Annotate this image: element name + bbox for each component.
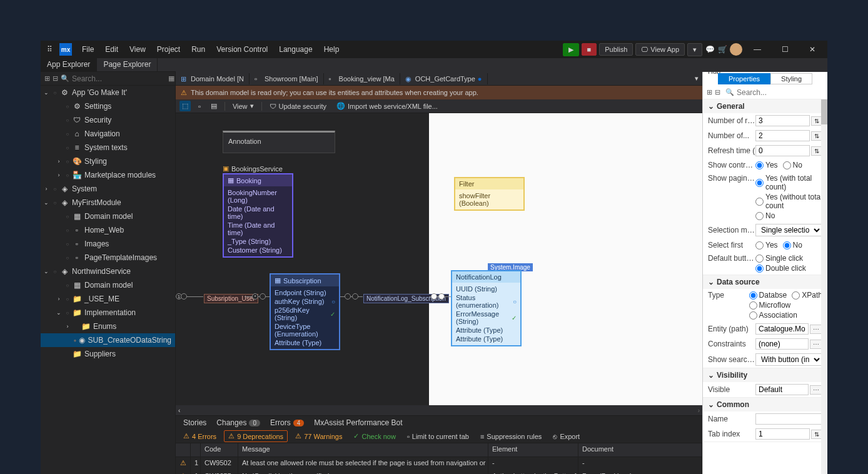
- collapse-icon[interactable]: ⊟: [715, 88, 720, 96]
- radio-select-first-yes[interactable]: Yes: [755, 241, 778, 250]
- tree-marketplace[interactable]: ›○🏪Marketplace modules: [41, 168, 175, 182]
- entity-attribute[interactable]: authKey (String)○: [275, 297, 335, 306]
- visible-input[interactable]: [755, 384, 809, 395]
- menu-help[interactable]: Help: [319, 43, 345, 56]
- view-app-button[interactable]: 🖵 View App: [635, 43, 685, 56]
- entity-attribute[interactable]: Time (Date and time): [228, 221, 288, 237]
- tab-booking-view[interactable]: ▫Booking_view [Ma: [324, 73, 400, 84]
- tabs-overflow-button[interactable]: ▾: [691, 74, 702, 83]
- domain-model-canvas[interactable]: file... 100% Annotation ▣ BookingsServic…: [176, 113, 702, 415]
- export-button[interactable]: ⎋Export: [549, 431, 583, 441]
- assoc-endpoint-icon[interactable]: [260, 293, 266, 300]
- tab-och-getcard[interactable]: ◉OCH_GetCardType●: [400, 73, 488, 84]
- import-web-service-button[interactable]: 🌐Import web service/XML file...: [334, 101, 440, 111]
- deprecations-filter[interactable]: ⚠9 Deprecations: [224, 430, 288, 442]
- entity-attribute[interactable]: Status (enumeration)○: [456, 293, 517, 310]
- check-now-button[interactable]: ✓Check now: [350, 431, 399, 441]
- scroll-right-icon[interactable]: ›: [698, 407, 700, 414]
- section-common[interactable]: ⌄Common: [703, 398, 827, 411]
- annotation-box[interactable]: Annotation: [223, 131, 335, 153]
- cursor-tool-button[interactable]: ⬚: [179, 101, 191, 111]
- tab-stories[interactable]: Stories: [179, 417, 210, 428]
- tree-page-template-images[interactable]: ○▫PageTemplateImages: [41, 251, 175, 265]
- tree-navigation[interactable]: ○⌂Navigation: [41, 127, 175, 141]
- filter-entity[interactable]: Filter showFilter (Boolean): [454, 177, 525, 211]
- scrollbar-thumb[interactable]: [821, 99, 827, 124]
- filter-icon[interactable]: ▦: [168, 74, 174, 84]
- number-of-input[interactable]: [755, 130, 810, 141]
- suppression-rules-button[interactable]: ≡Suppression rules: [477, 431, 545, 441]
- menu-run[interactable]: Run: [186, 43, 210, 56]
- view-dropdown[interactable]: View ▾: [230, 101, 256, 111]
- radio-type-association[interactable]: Association: [749, 311, 797, 320]
- entity-attribute[interactable]: Attribute (Type): [456, 326, 517, 335]
- number-of-rows-input[interactable]: [755, 115, 810, 126]
- run-button[interactable]: ▶: [563, 43, 579, 56]
- stop-button[interactable]: ■: [582, 43, 597, 56]
- show-search-bar-select[interactable]: With button (initially: [755, 353, 822, 366]
- close-button[interactable]: ✕: [800, 41, 825, 58]
- assoc-endpoint-icon[interactable]: [345, 293, 351, 300]
- assoc-endpoint-icon[interactable]: [352, 293, 358, 300]
- view-app-dropdown[interactable]: ▾: [687, 43, 702, 56]
- tab-app-explorer[interactable]: App Explorer: [41, 58, 97, 71]
- refresh-time-input[interactable]: [755, 145, 810, 156]
- maximize-button[interactable]: ☐: [772, 41, 797, 58]
- entity-attribute[interactable]: p256dhKey (String)✓: [275, 306, 335, 322]
- tree-northwind[interactable]: ⌄○◈NorthwindService: [41, 265, 175, 278]
- booking-entity[interactable]: ▦Booking BookingNumber (Long) Date (Date…: [223, 173, 293, 258]
- properties-scrollbar[interactable]: [821, 99, 827, 474]
- entity-attribute[interactable]: _Type (String): [228, 237, 288, 246]
- tab-errors[interactable]: Errors4: [266, 417, 308, 428]
- tab-mxassist[interactable]: MxAssist Performance Bot: [310, 417, 406, 428]
- tree-home-web[interactable]: ○▫Home_Web: [41, 223, 175, 237]
- entity-attribute[interactable]: Endpoint (String): [275, 288, 335, 297]
- radio-paging-no[interactable]: No: [755, 211, 775, 220]
- tree-suppliers[interactable]: 📁Suppliers: [41, 347, 175, 361]
- radio-type-microflow[interactable]: Microflow: [749, 301, 791, 310]
- properties-search-input[interactable]: [737, 88, 827, 97]
- menu-version-control[interactable]: Version Control: [211, 43, 273, 56]
- apps-grid-icon[interactable]: ⠿: [43, 43, 56, 56]
- radio-paging-yes-total[interactable]: Yes (with total count): [755, 174, 822, 191]
- tree-domain-model-2[interactable]: ○▦Domain model: [41, 278, 175, 292]
- publish-button[interactable]: Publish: [599, 43, 633, 56]
- visible-browse-button[interactable]: ⋯: [810, 385, 822, 395]
- collapse-all-icon[interactable]: ⊟: [53, 74, 58, 84]
- tree-domain-model[interactable]: ○▦Domain model: [41, 209, 175, 223]
- entity-path-browse-button[interactable]: ⋯: [810, 325, 822, 334]
- entity-attribute[interactable]: ErrorMessage (String)✓: [456, 310, 517, 326]
- tab-changes[interactable]: Changes0: [213, 417, 264, 428]
- entity-attribute[interactable]: UUID (String): [456, 285, 517, 293]
- subtab-styling[interactable]: Styling: [770, 73, 812, 84]
- radio-show-control-yes[interactable]: Yes: [755, 161, 778, 169]
- annotation-tool-button[interactable]: ▤: [208, 101, 220, 111]
- tab-domain-model[interactable]: ⊞Domain Model [N: [176, 73, 250, 84]
- subscription-entity[interactable]: ▦Subscirption Endpoint (String) authKey …: [270, 273, 340, 350]
- entity-tool-button[interactable]: ▫: [196, 101, 203, 111]
- tree-system[interactable]: ›○◈System: [41, 182, 175, 196]
- tab-index-input[interactable]: [755, 428, 810, 440]
- assoc-endpoint-icon[interactable]: [431, 293, 437, 300]
- tab-page-explorer[interactable]: Page Explorer: [97, 58, 158, 71]
- section-data-source[interactable]: ⌄Data source: [703, 275, 827, 289]
- canvas-scrollbar[interactable]: ‹ ›: [176, 405, 702, 415]
- menu-language[interactable]: Language: [274, 43, 317, 56]
- entity-path-input[interactable]: [755, 323, 809, 335]
- errors-filter[interactable]: ⚠4 Errors: [179, 431, 220, 441]
- radio-double-click[interactable]: Double click: [755, 264, 806, 273]
- menu-file[interactable]: File: [77, 43, 99, 56]
- menu-edit[interactable]: Edit: [100, 43, 123, 56]
- scroll-left-icon[interactable]: ‹: [178, 407, 180, 414]
- tree-security[interactable]: ○🛡Security: [41, 113, 175, 127]
- radio-paging-yes-notot[interactable]: Yes (without total count: [755, 193, 822, 210]
- selection-mode-select[interactable]: Single selection: [755, 224, 822, 236]
- notification-log-entity[interactable]: NotificationLog UUID (String) Status (en…: [451, 270, 522, 346]
- radio-type-database[interactable]: Databse: [749, 291, 787, 300]
- radio-show-control-no[interactable]: No: [783, 161, 802, 169]
- section-visibility[interactable]: ⌄Visibility: [703, 368, 827, 382]
- radio-type-xpath[interactable]: XPath: [792, 291, 822, 300]
- tree-implementation[interactable]: ⌄○📁Implementation: [41, 306, 175, 320]
- entity-attribute[interactable]: DeviceType (Enumeration): [275, 322, 335, 338]
- tree-settings[interactable]: ○⚙Settings: [41, 99, 175, 113]
